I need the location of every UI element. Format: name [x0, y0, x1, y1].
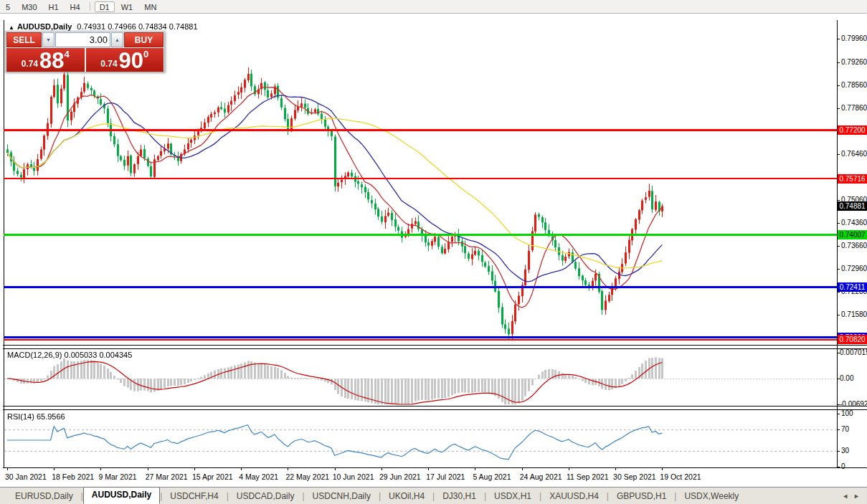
level-line-0.77200[interactable]: [4, 129, 837, 131]
price-axis-border: [837, 20, 838, 467]
level-price-label: 0.77200: [838, 125, 867, 135]
rsi-label: RSI(14) 65.9566: [7, 412, 65, 421]
date-axis-label: 30 Sep 2021: [613, 472, 656, 481]
buy-button[interactable]: BUY: [124, 32, 164, 47]
chart-left-border: [4, 20, 4, 467]
tab-scroll-controls: ◄►: [837, 489, 860, 504]
chart-tab-XAUUSD-H4[interactable]: XAUUSD,H4: [541, 489, 607, 504]
rsi-indicator-canvas[interactable]: [4, 410, 837, 467]
chart-tab-USDX-H1[interactable]: USDX,H1: [486, 489, 539, 504]
pane-separator[interactable]: [3, 348, 867, 349]
rsi-axis-label: 100: [841, 409, 867, 417]
macd-label: MACD(12,26,9) 0.005033 0.004345: [7, 351, 132, 359]
sell-button[interactable]: SELL: [6, 32, 42, 47]
date-axis-tick: [475, 467, 475, 470]
price-axis-tick: [837, 85, 840, 86]
buy-price-pip: 0: [143, 49, 148, 60]
timeframe-button-MN[interactable]: MN: [139, 1, 161, 12]
price-axis-tick: [837, 108, 840, 109]
level-line-0.74007[interactable]: [4, 234, 837, 236]
price-axis-tick: [837, 39, 840, 39]
price-axis-label: 0.74360: [841, 219, 867, 227]
date-axis-tick: [288, 467, 288, 470]
price-axis-tick: [837, 246, 840, 247]
date-axis-tick: [428, 467, 429, 470]
level-line-0.70896[interactable]: [4, 336, 837, 338]
date-axis-label: 5 Aug 2021: [473, 472, 511, 481]
macd-axis-tick: [837, 353, 840, 353]
tabs-scroll-right-icon[interactable]: ►: [853, 493, 860, 500]
rsi-axis-tick: [837, 414, 840, 414]
date-axis-label: 10 Jun 2021: [333, 472, 374, 481]
date-axis-tick: [569, 467, 569, 470]
chart-tab-AUDUSD-Daily[interactable]: AUDUSD,Daily: [83, 487, 160, 504]
date-axis-tick: [382, 467, 382, 470]
price-axis-label: 0.72960: [841, 265, 867, 272]
date-axis-tick: [662, 467, 663, 470]
level-line-0.72411[interactable]: [4, 286, 837, 288]
rsi-axis-tick: [837, 451, 840, 452]
chart-collapse-icon[interactable]: ▲: [9, 24, 14, 31]
macd-axis-label: -0.006923: [840, 400, 866, 408]
price-axis-label: 0.71580: [841, 310, 867, 318]
buy-price-panel[interactable]: 0.74 90 0: [86, 48, 164, 72]
price-axis-tick: [837, 315, 840, 315]
rsi-axis-label: 70: [841, 425, 867, 433]
macd-axis-tick: [837, 379, 840, 379]
date-axis-label: 15 Apr 2021: [192, 472, 233, 481]
pane-separator[interactable]: [3, 409, 867, 410]
level-line-0.75716[interactable]: [4, 178, 837, 179]
date-axis-label: 24 Aug 2021: [520, 472, 562, 481]
date-axis-label: 19 Oct 2021: [660, 472, 701, 481]
level-price-label: 0.74007: [838, 230, 867, 239]
timeframe-button-D1[interactable]: D1: [95, 1, 115, 12]
pane-separator: [3, 467, 867, 468]
chart-tab-USDCHF-H4[interactable]: USDCHF,H4: [162, 489, 226, 504]
sell-price-panel[interactable]: 0.74 88 4: [6, 48, 85, 72]
chart-tab-USDCNH-Daily[interactable]: USDCNH,Daily: [305, 489, 379, 504]
date-axis-label: 29 Jun 2021: [379, 472, 421, 481]
price-axis-label: 0.79260: [841, 58, 867, 66]
macd-axis-tick: [837, 404, 840, 405]
date-axis-tick: [100, 467, 101, 470]
date-axis-label: 30 Jan 2021: [5, 472, 47, 481]
date-axis-tick: [148, 467, 148, 470]
price-axis-tick: [837, 269, 840, 270]
rsi-axis-tick: [837, 429, 840, 430]
chart-tab-USDX-Weekly[interactable]: USDX,Weekly: [676, 489, 747, 504]
chart-tab-DJ30-H1[interactable]: DJ30,H1: [435, 489, 484, 504]
price-axis-label: 0.78560: [841, 81, 867, 89]
date-axis-label: 9 Mar 2021: [98, 472, 136, 481]
volume-decrease-button[interactable]: ▼: [42, 32, 55, 47]
chart-symbol-label: AUDUSD,Daily: [17, 22, 72, 31]
chart-tab-EURUSD-Daily[interactable]: EURUSD,Daily: [7, 489, 81, 504]
buy-price-big: 90: [119, 52, 143, 70]
price-axis-label: 0.77860: [841, 104, 867, 112]
date-axis-tick: [194, 467, 195, 470]
chart-tab-USDCAD-Daily[interactable]: USDCAD,Daily: [229, 489, 303, 504]
chart-tab-GBPUSD-H1[interactable]: GBPUSD,H1: [609, 489, 674, 504]
rsi-axis-label: 30: [841, 447, 867, 455]
date-axis-tick: [522, 467, 523, 470]
timeframe-button-H1[interactable]: H1: [44, 1, 64, 12]
price-axis-label: 0.79960: [841, 34, 867, 42]
volume-input[interactable]: [55, 32, 110, 47]
chart-tabs-bar: EURUSD,Daily|AUDUSD,Daily|USDCHF,H4|USDC…: [0, 487, 867, 504]
volume-increase-button[interactable]: ▲: [111, 32, 123, 47]
timeframe-button-W1[interactable]: W1: [116, 1, 138, 12]
level-price-label: 0.70820: [838, 335, 867, 344]
level-price-label: 0.72411: [838, 282, 867, 292]
price-axis-tick: [837, 223, 840, 224]
timeframe-button-5[interactable]: 5: [1, 1, 15, 12]
level-line-0.70820[interactable]: [4, 339, 837, 341]
date-axis-tick: [7, 467, 8, 470]
chart-ohlc-values: 0.74931 0.74966 0.74834 0.74881: [77, 22, 197, 31]
date-axis-tick: [335, 467, 336, 470]
date-axis-label: 22 May 2021: [285, 472, 329, 481]
tabs-scroll-left-icon[interactable]: ◄: [842, 493, 848, 500]
timeframe-button-M30[interactable]: M30: [16, 1, 42, 12]
date-axis-tick: [241, 467, 242, 470]
chart-tab-UKOil-H4[interactable]: UKOil,H4: [381, 489, 432, 504]
timeframe-button-H4[interactable]: H4: [65, 1, 85, 12]
one-click-trading-panel: SELL ▼ ▲ BUY 0.74 88 4 0.74 90 0: [5, 31, 165, 72]
